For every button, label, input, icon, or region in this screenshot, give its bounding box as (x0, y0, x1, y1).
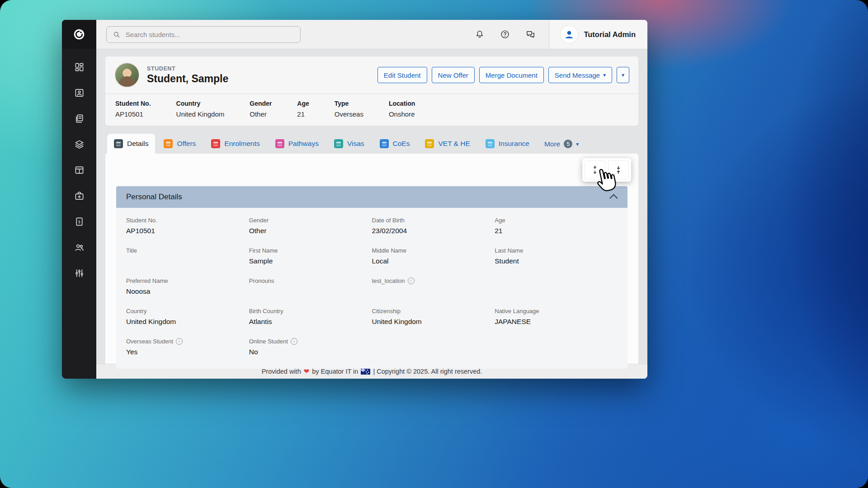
summary-type: Type Overseas (335, 100, 363, 118)
topbar-icons (474, 28, 536, 40)
app-logo[interactable] (62, 20, 96, 49)
user-menu[interactable]: Tutorial Admin (549, 20, 647, 49)
sidebar-item-offers[interactable] (70, 112, 88, 125)
search-icon (113, 31, 120, 38)
topbar: Tutorial Admin (96, 20, 647, 49)
insurance-tab-icon (486, 139, 495, 148)
messages-chat-icon[interactable] (524, 28, 536, 40)
field-test-location: test_locationi (372, 277, 495, 296)
field-overseas-student: Overseas Studenti Yes (126, 338, 249, 356)
field-age: Age 21 (495, 217, 618, 235)
coes-tab-icon (380, 139, 389, 148)
more-actions-button[interactable]: ▾ (617, 67, 629, 83)
field-gender: Gender Other (249, 217, 372, 235)
sliders-icon (74, 268, 85, 278)
student-eyebrow: STUDENT (147, 66, 228, 72)
tab-offers[interactable]: Offers (157, 134, 203, 154)
student-summary-row: Student No. AP10501 Country United Kingd… (105, 94, 638, 126)
collapse-all-button[interactable] (608, 160, 629, 179)
tab-visas[interactable]: Visas (327, 134, 371, 154)
student-header-card: STUDENT Student, Sample Edit Student New… (105, 56, 638, 126)
student-name: Student, Sample (147, 73, 228, 85)
student-contact-icon (74, 88, 85, 98)
tab-coes[interactable]: CoEs (373, 134, 417, 154)
desktop-wallpaper: $ (0, 0, 868, 488)
sidebar-nav: $ (70, 49, 88, 279)
info-icon[interactable]: i (291, 338, 297, 345)
student-titles: STUDENT Student, Sample (147, 66, 228, 85)
field-date-of-birth: Date of Birth 23/02/2004 (372, 217, 495, 235)
student-actions: Edit Student New Offer Merge Document Se… (377, 67, 629, 83)
field-native-language: Native Language JAPANESE (495, 308, 618, 326)
sidebar-item-settings[interactable] (70, 267, 88, 279)
pathways-tab-icon (275, 139, 284, 148)
sidebar-item-students[interactable] (70, 86, 88, 99)
table-icon (74, 165, 85, 175)
enrolments-tab-icon (211, 139, 220, 148)
summary-age: Age 21 (297, 100, 309, 118)
tab-vet-he[interactable]: VET & HE (418, 134, 476, 154)
tab-details[interactable]: Details (107, 134, 155, 154)
new-offer-button[interactable]: New Offer (432, 67, 475, 83)
fold-controls (582, 158, 631, 182)
sidebar-item-boards[interactable] (70, 164, 88, 176)
student-header-top: STUDENT Student, Sample Edit Student New… (105, 56, 638, 94)
info-icon[interactable]: i (176, 338, 183, 345)
invoice-icon: $ (74, 216, 85, 227)
field-country: Country United Kingdom (126, 308, 249, 326)
sidebar-item-invoices[interactable]: $ (70, 215, 88, 228)
summary-student-no: Student No. AP10501 (115, 100, 151, 118)
field-preferred-name: Preferred Name Nooosa (126, 277, 249, 296)
briefcase-plus-icon (74, 191, 85, 201)
more-count-badge: 5 (564, 140, 572, 148)
unfold-less-icon (613, 164, 623, 175)
personal-details-header[interactable]: Personal Details (116, 186, 627, 208)
sidebar-item-dashboard[interactable] (70, 61, 88, 73)
user-avatar (560, 25, 578, 43)
unfold-more-icon (590, 164, 600, 175)
vet-he-tab-icon (425, 139, 434, 148)
visas-tab-icon (334, 139, 343, 148)
user-name: Tutorial Admin (584, 30, 636, 39)
summary-gender: Gender Other (250, 100, 272, 118)
svg-text:$: $ (78, 219, 80, 224)
summary-country: Country United Kingdom (176, 100, 225, 118)
sidebar-item-services[interactable] (70, 189, 88, 202)
field-cell-empty (495, 277, 618, 296)
student-photo[interactable] (114, 62, 140, 88)
tab-insurance[interactable]: Insurance (479, 134, 536, 154)
send-message-button[interactable]: Send Message▾ (548, 67, 612, 83)
chevron-down-icon: ▾ (622, 72, 624, 78)
content-area: STUDENT Student, Sample Edit Student New… (96, 49, 647, 364)
section-title: Personal Details (126, 192, 182, 202)
australia-flag-icon (361, 369, 370, 375)
expand-all-button[interactable] (585, 160, 605, 179)
chevron-down-icon: ▾ (576, 141, 579, 147)
layers-icon (74, 139, 85, 150)
field-cell-empty (372, 338, 495, 356)
tab-pathways[interactable]: Pathways (269, 134, 326, 154)
search-input[interactable] (125, 30, 294, 39)
notifications-bell-icon[interactable] (474, 28, 486, 40)
field-last-name: Last Name Student (495, 247, 618, 265)
info-icon[interactable]: i (408, 277, 415, 284)
sidebar-item-agents[interactable] (70, 241, 88, 253)
field-birth-country: Birth Country Atlantis (249, 308, 372, 326)
field-first-name: First Name Sample (249, 247, 372, 265)
field-cell-empty (495, 338, 618, 356)
sidebar-item-courses[interactable] (70, 138, 88, 150)
merge-document-button[interactable]: Merge Document (479, 67, 544, 83)
tab-enrolments[interactable]: Enrolments (204, 134, 266, 154)
student-tabs: Details Offers Enrolments Pathways (105, 134, 638, 154)
chevron-up-icon (609, 194, 618, 202)
field-middle-name: Middle Name Local (372, 247, 495, 265)
summary-location: Location Onshore (389, 100, 415, 118)
student-search[interactable] (106, 26, 301, 43)
field-title: Title (126, 247, 249, 265)
tab-more[interactable]: More 5 ▾ (538, 134, 585, 154)
chevron-down-icon: ▾ (603, 72, 606, 78)
details-tab-icon (114, 139, 123, 148)
main-area: Tutorial Admin STUDENT Student, Sample E… (96, 20, 647, 379)
help-icon[interactable] (499, 28, 511, 40)
edit-student-button[interactable]: Edit Student (377, 67, 427, 83)
